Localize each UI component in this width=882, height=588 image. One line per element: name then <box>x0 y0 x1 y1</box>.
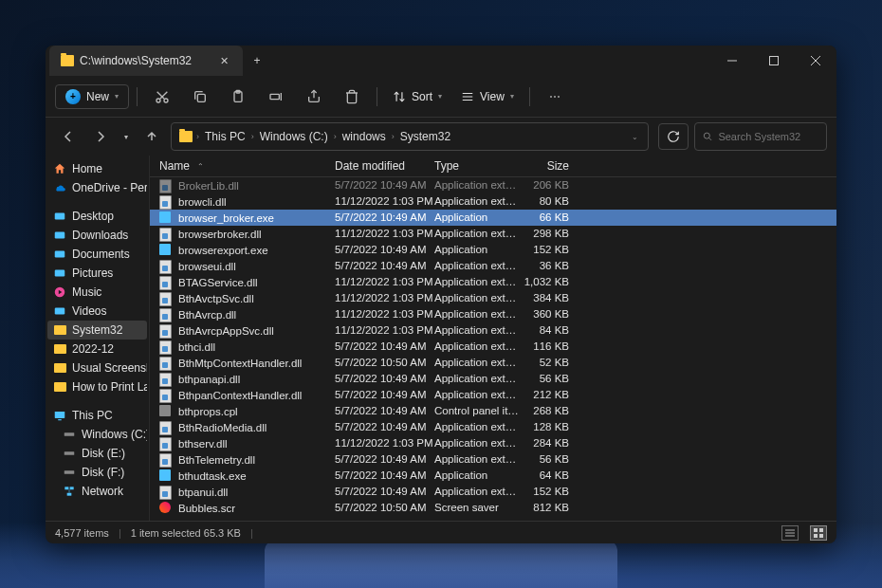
svg-rect-27 <box>55 412 65 418</box>
folder-icon <box>179 131 193 142</box>
file-type: Application exten... <box>434 292 520 305</box>
cut-button[interactable] <box>145 82 179 112</box>
paste-button[interactable] <box>221 82 255 112</box>
up-button[interactable] <box>138 123 165 150</box>
file-row[interactable]: bthudtask.exe5/7/2022 10:49 AMApplicatio… <box>150 468 836 484</box>
file-row[interactable]: BthRadioMedia.dll5/7/2022 10:49 AMApplic… <box>150 419 836 435</box>
file-row[interactable]: BthAvrcp.dll11/12/2022 1:03 PMApplicatio… <box>150 306 836 322</box>
sidebar-item-videos[interactable]: Videos <box>47 302 147 321</box>
new-button[interactable]: + New ▾ <box>55 84 129 109</box>
details-view-icon[interactable] <box>781 525 799 541</box>
search-box[interactable] <box>694 122 827 151</box>
back-button[interactable] <box>55 123 82 150</box>
minimize-button[interactable] <box>711 46 753 76</box>
file-type: Application <box>434 469 520 483</box>
more-button[interactable]: ⋯ <box>538 82 572 112</box>
column-size[interactable]: Size <box>520 159 577 173</box>
address-bar[interactable]: › This PC › Windows (C:) › windows › Sys… <box>171 122 649 151</box>
file-row[interactable]: BrokerLib.dll5/7/2022 10:49 AMApplicatio… <box>150 177 836 193</box>
breadcrumb-drive[interactable]: Windows (C:) <box>258 128 330 145</box>
sidebar-item-windows-c-[interactable]: Windows (C:) <box>47 425 147 444</box>
file-row[interactable]: BthAvctpSvc.dll11/12/2022 1:03 PMApplica… <box>150 290 836 306</box>
sidebar-item-disk-e-[interactable]: Disk (E:) <box>47 444 147 463</box>
sidebar-item-music[interactable]: Music <box>47 283 147 302</box>
file-date: 5/7/2022 10:49 AM <box>335 469 434 483</box>
file-row[interactable]: bthci.dll5/7/2022 10:49 AMApplication ex… <box>150 339 836 355</box>
new-tab-button[interactable]: + <box>243 54 271 67</box>
sort-button[interactable]: Sort ▾ <box>385 86 450 107</box>
file-row[interactable]: BthpanContextHandler.dll5/7/2022 10:49 A… <box>150 387 836 403</box>
delete-button[interactable] <box>335 82 369 112</box>
chevron-down-icon[interactable]: ⌄ <box>632 133 644 141</box>
address-row: ▾ › This PC › Windows (C:) › windows › S… <box>46 118 836 156</box>
file-row[interactable]: BTAGService.dll11/12/2022 1:03 PMApplica… <box>150 274 836 290</box>
sidebar-item-home[interactable]: Home <box>47 159 147 178</box>
sidebar-item-2022-12[interactable]: 2022-12 <box>47 340 147 358</box>
forward-button[interactable] <box>87 123 114 150</box>
file-name: btpanui.dll <box>178 487 228 498</box>
file-type: Application exten... <box>434 437 520 450</box>
sidebar-item-this-pc[interactable]: This PC <box>47 406 147 425</box>
file-date: 5/7/2022 10:49 AM <box>335 421 434 434</box>
file-row[interactable]: BthAvrcpAppSvc.dll11/12/2022 1:03 PMAppl… <box>150 322 836 339</box>
search-input[interactable] <box>718 131 818 142</box>
folder-icon <box>53 380 66 394</box>
column-date[interactable]: Date modified <box>335 159 434 173</box>
view-button[interactable]: View ▾ <box>453 86 522 107</box>
sidebar-item-how-to-print-labels-f[interactable]: How to Print Labels f <box>47 377 147 396</box>
status-bar: 4,577 items | 1 item selected 65.3 KB | <box>46 521 836 543</box>
file-list[interactable]: BrokerLib.dll5/7/2022 10:49 AMApplicatio… <box>150 177 836 521</box>
column-type[interactable]: Type <box>434 159 520 173</box>
sidebar-item-desktop[interactable]: Desktop <box>47 207 147 226</box>
svg-rect-33 <box>70 487 74 489</box>
column-name[interactable]: Name⌃ <box>150 159 335 173</box>
videos-icon <box>53 304 66 318</box>
file-row[interactable]: browserexport.exe5/7/2022 10:49 AMApplic… <box>150 242 836 258</box>
sidebar-item-downloads[interactable]: Downloads <box>47 226 147 245</box>
item-count: 4,577 items <box>55 527 109 539</box>
file-pane: Name⌃ Date modified Type Size BrokerLib.… <box>150 156 836 521</box>
breadcrumb-windows[interactable]: windows <box>340 128 388 145</box>
large-icons-view-icon[interactable] <box>810 525 827 541</box>
sidebar-item-system32[interactable]: System32 <box>47 321 147 340</box>
file-type: Application exten... <box>434 389 520 402</box>
sidebar-item-pictures[interactable]: Pictures <box>47 264 147 283</box>
maximize-button[interactable] <box>753 46 795 76</box>
folder-icon <box>53 342 66 356</box>
close-button[interactable] <box>795 46 836 76</box>
sidebar-item-documents[interactable]: Documents <box>47 245 147 264</box>
file-row[interactable]: browseui.dll5/7/2022 10:49 AMApplication… <box>150 258 836 274</box>
sidebar-item-disk-f-[interactable]: Disk (F:) <box>47 463 147 482</box>
chevron-down-icon: ▾ <box>115 92 119 101</box>
refresh-button[interactable] <box>658 123 689 150</box>
file-row[interactable]: browcli.dll11/12/2022 1:03 PMApplication… <box>150 193 836 210</box>
copy-button[interactable] <box>183 82 217 112</box>
file-row[interactable]: BthTelemetry.dll5/7/2022 10:49 AMApplica… <box>150 451 836 468</box>
file-row[interactable]: browserbroker.dll11/12/2022 1:03 PMAppli… <box>150 226 836 242</box>
column-headers: Name⌃ Date modified Type Size <box>150 156 836 177</box>
file-type: Application exten... <box>434 453 520 467</box>
tab-system32[interactable]: C:\windows\System32 ✕ <box>49 46 243 76</box>
view-label: View <box>480 90 505 103</box>
file-row[interactable]: browser_broker.exe5/7/2022 10:49 AMAppli… <box>150 210 836 226</box>
file-date: 5/7/2022 10:49 AM <box>335 179 434 193</box>
file-row[interactable]: bthpanapi.dll5/7/2022 10:49 AMApplicatio… <box>150 371 836 387</box>
sidebar-item-label: System32 <box>72 323 122 337</box>
share-button[interactable] <box>297 82 331 112</box>
file-row[interactable]: btpanui.dll5/7/2022 10:49 AMApplication … <box>150 484 836 500</box>
sidebar-item-onedrive-personal[interactable]: OneDrive - Personal <box>47 178 147 197</box>
file-row[interactable]: bthprops.cpl5/7/2022 10:49 AMControl pan… <box>150 403 836 419</box>
file-row[interactable]: BthMtpContextHandler.dll5/7/2022 10:50 A… <box>150 355 836 371</box>
file-size: 152 KB <box>520 244 577 257</box>
file-type: Application exten... <box>434 486 520 499</box>
sidebar-item-network[interactable]: Network <box>47 482 147 501</box>
breadcrumb-system32[interactable]: System32 <box>398 128 452 145</box>
breadcrumb-thispc[interactable]: This PC <box>203 128 248 145</box>
svg-rect-29 <box>64 432 75 436</box>
rename-button[interactable] <box>259 82 293 112</box>
recent-dropdown[interactable]: ▾ <box>119 123 133 150</box>
sidebar-item-usual-screenshots[interactable]: Usual Screenshots <box>47 358 147 377</box>
file-row[interactable]: bthserv.dll11/12/2022 1:03 PMApplication… <box>150 435 836 451</box>
file-row[interactable]: Bubbles.scr5/7/2022 10:50 AMScreen saver… <box>150 500 836 516</box>
close-tab-icon[interactable]: ✕ <box>216 53 231 68</box>
